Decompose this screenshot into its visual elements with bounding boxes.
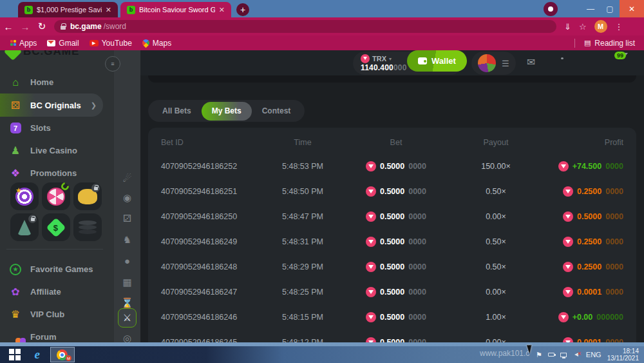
tab-title: Bitcoin Saviour Sword Game - Pl [139, 6, 215, 14]
user-menu[interactable]: ☰ [471, 52, 516, 75]
media-extension-icon[interactable] [544, 2, 558, 16]
browser-menu-icon[interactable]: ⋮ [615, 22, 623, 32]
bet-time: 5:48:47 PM [264, 212, 341, 221]
profile-avatar[interactable]: M [594, 20, 607, 33]
minimize-button[interactable]: — [581, 0, 600, 17]
table-row[interactable]: 407090529461862505:48:47 PM0.500000000.0… [148, 204, 636, 229]
sidebar-item-forum[interactable]: Forum [0, 326, 114, 342]
table-row[interactable]: 407090529461862475:48:25 PM0.500000000.0… [148, 279, 636, 304]
forward-button[interactable]: → [17, 21, 33, 32]
browser-tab-2-active[interactable]: b Bitcoin Saviour Sword Game - Pl ✕ [120, 2, 231, 17]
close-window-button[interactable]: ✕ [620, 0, 644, 17]
new-tab-button[interactable]: + [236, 3, 249, 16]
bookmark-maps[interactable]: Maps [142, 39, 171, 48]
maps-pin-icon [141, 38, 151, 48]
chrome-taskbar-button[interactable]: M [50, 347, 75, 362]
tab-all-bets[interactable]: All Bets [152, 100, 202, 122]
sidebar-item-live-casino[interactable]: ♟ Live Casino [0, 139, 114, 162]
game-tile-piggy-bank[interactable] [73, 182, 102, 210]
user-avatar[interactable] [478, 54, 496, 72]
start-button[interactable] [9, 349, 21, 360]
rail-game-video-poker-icon[interactable]: ▦ [114, 277, 140, 288]
url-host: bc.game [70, 22, 102, 31]
sidebar-item-vip-club[interactable]: ♛ VIP Club [0, 303, 114, 326]
browser-tab-1[interactable]: b $1,000 Prestige Saviour Sword C ✕ [18, 2, 118, 17]
close-tab-icon[interactable]: ✕ [219, 6, 225, 14]
rail-game-hilo-icon[interactable]: ♞ [114, 234, 140, 246]
sidebar-collapse-button[interactable]: ≡ [105, 56, 120, 72]
chevron-down-icon: ▾ [389, 56, 392, 62]
table-row[interactable]: 407090529461862525:48:53 PM0.50000000150… [148, 153, 636, 179]
game-tile-wheel[interactable] [42, 182, 70, 210]
bookmark-youtube[interactable]: ▶ YouTube [90, 39, 132, 48]
maximize-button[interactable]: ▢ [600, 0, 620, 17]
sidebar-item-bc-originals[interactable]: ⚄ BC Originals ❯ [0, 93, 103, 117]
battery-icon[interactable] [548, 353, 554, 357]
rail-game-classic-dice-icon[interactable]: ⚂ [114, 213, 140, 224]
tab-my-bets[interactable]: My Bets [202, 102, 252, 121]
trx-gem-icon [563, 287, 573, 297]
rail-game-limbo-icon[interactable]: ⌛ [114, 297, 140, 309]
gmail-icon [47, 40, 55, 46]
game-tile-dollar-tag[interactable]: $ [42, 213, 70, 241]
url-bar[interactable]: bc.game/sword [54, 20, 556, 33]
bookmark-apps[interactable]: Apps [10, 39, 37, 48]
game-tile-spin-target[interactable]: ★ [10, 182, 39, 210]
live-casino-icon: ♟ [9, 144, 22, 157]
bc-game-logo[interactable]: BC.GAME [6, 50, 79, 58]
col-payout: Payout [451, 138, 541, 147]
sidebar-item-promotions[interactable]: ❖ Promotions [0, 162, 114, 184]
col-bet: Bet [341, 138, 451, 147]
sidebar-item-affiliate[interactable]: ✿ Affiliate [0, 280, 114, 303]
game-tile-coins[interactable] [73, 213, 102, 241]
logo-diamond-icon [4, 50, 22, 61]
browser-titlebar: b $1,000 Prestige Saviour Sword C ✕ b Bi… [0, 0, 644, 17]
game-tile-rocket[interactable] [10, 213, 39, 241]
trx-gem-icon [366, 287, 376, 297]
profit-amount: 0.00010000 [541, 287, 623, 297]
reading-list-button[interactable]: ▤ Reading list [574, 39, 635, 48]
tab-contest[interactable]: Contest [252, 100, 301, 122]
trx-gem-icon [366, 161, 376, 172]
rail-game-saviour-sword-icon[interactable]: ⚔ [118, 308, 137, 328]
lock-badge-icon [28, 215, 37, 223]
language-indicator[interactable]: ENG [586, 351, 601, 358]
rail-game-crash-icon[interactable]: ☄ [114, 173, 140, 184]
dollar-tag-icon: $ [46, 217, 66, 237]
url-path: /sword [104, 22, 126, 31]
trx-gem-icon [361, 54, 370, 63]
currency-label: TRX [372, 55, 386, 63]
bookmark-star-icon[interactable]: ☆ [579, 22, 587, 32]
network-icon[interactable] [560, 353, 567, 357]
col-profit: Profit [541, 138, 623, 147]
mail-icon[interactable]: ✉ [527, 56, 535, 68]
wallet-button[interactable]: Wallet [407, 50, 467, 72]
send-to-device-icon[interactable]: ⇓ [564, 22, 571, 32]
internet-explorer-icon[interactable]: e [35, 348, 40, 362]
sidebar-item-slots[interactable]: 7 Slots [0, 117, 114, 139]
action-center-flag-icon[interactable]: ⚑ [536, 351, 542, 359]
sidebar-divider [6, 249, 103, 250]
bet-time: 5:48:29 PM [264, 262, 341, 271]
bc-game-page: BC.GAME ⌂ Home ⚄ BC Originals ❯ 7 Slots … [0, 50, 644, 342]
sidebar-item-favorite-games[interactable]: ★ Favorite Games [0, 258, 114, 280]
volume-muted-icon[interactable] [573, 351, 580, 358]
close-tab-icon[interactable]: ✕ [106, 6, 111, 14]
back-button[interactable]: ← [0, 21, 17, 32]
table-row[interactable]: 407090529461862515:48:50 PM0.500000000.5… [148, 179, 636, 204]
profit-amount: 0.25000000 [541, 237, 623, 247]
table-row[interactable]: 407090529461862455:48:12 PM0.500000000.0… [148, 329, 636, 342]
sidebar-item-home[interactable]: ⌂ Home [0, 71, 114, 93]
bet-id: 40709052946186247 [161, 288, 264, 297]
taskbar-clock[interactable]: 18:14 13/11/2021 [607, 348, 639, 362]
reload-button[interactable]: ↻ [33, 21, 50, 32]
bookmark-gmail[interactable]: Gmail [47, 39, 79, 48]
profit-amount: +0.00000000 [541, 312, 623, 322]
rail-game-ball-icon[interactable]: ● [114, 255, 140, 266]
table-row[interactable]: 407090529461862485:48:29 PM0.500000000.5… [148, 254, 636, 279]
rail-game-plinko-icon[interactable]: ◉ [114, 192, 140, 204]
table-row[interactable]: 407090529461862495:48:31 PM0.500000000.5… [148, 229, 636, 254]
table-row[interactable]: 407090529461862465:48:15 PM0.500000001.0… [148, 304, 636, 329]
bet-time: 5:48:31 PM [264, 237, 341, 246]
rail-game-roulette-icon[interactable]: ◎ [114, 333, 140, 342]
